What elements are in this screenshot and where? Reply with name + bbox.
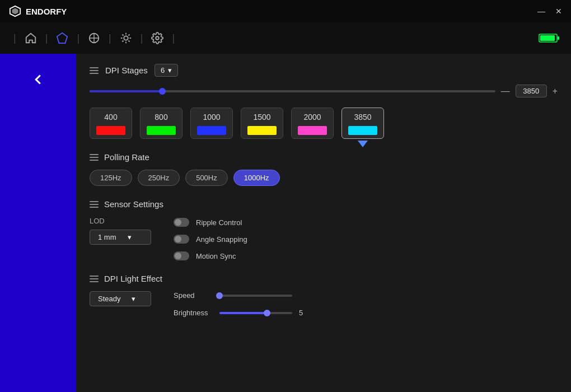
dpi-stage-value-2: 1000 <box>203 113 220 122</box>
lod-chevron: ▾ <box>128 233 132 241</box>
main-content: DPI Stages 6 ▾ — 3850 + 400 800 1000 <box>76 54 571 392</box>
toggle-2[interactable] <box>174 251 189 260</box>
dpi-slider[interactable] <box>90 90 495 92</box>
nav-divider-0: | <box>13 32 16 44</box>
dpi-stage-value-5: 3850 <box>354 113 371 122</box>
dpi-slider-thumb <box>159 88 166 95</box>
sidebar <box>0 54 76 392</box>
dpi-stage-value-0: 400 <box>104 113 117 122</box>
dpi-value[interactable]: 3850 <box>516 85 547 97</box>
effect-right: Speed Brightness 5 <box>174 291 308 317</box>
sensor-two-col: LOD 1 mm ▾ Ripple Control Angle Snapping… <box>90 217 558 260</box>
polling-btn-250Hz[interactable]: 250Hz <box>138 170 180 186</box>
polling-rate-menu-icon[interactable] <box>90 154 99 161</box>
dpi-plus-button[interactable]: + <box>553 86 558 96</box>
dpi-stages-menu-icon[interactable] <box>90 67 99 74</box>
dpi-slider-row: — 3850 + <box>90 85 558 97</box>
dpi-light-effect-title: DPI Light Effect <box>104 274 162 283</box>
polling-btn-125Hz[interactable]: 125Hz <box>90 170 132 186</box>
dpi-color-bar-5 <box>348 126 377 135</box>
home-icon <box>25 32 37 44</box>
close-button[interactable]: ✕ <box>555 7 562 15</box>
nav-divider-4: | <box>141 32 143 44</box>
speed-slider-thumb <box>216 292 223 299</box>
dpi-card-3[interactable]: 1500 <box>241 108 283 139</box>
dpi-card-5[interactable]: 3850 <box>341 108 384 139</box>
dpi-selected-arrow <box>358 141 368 147</box>
nav-mode[interactable] <box>84 28 104 48</box>
svg-line-20 <box>128 34 129 35</box>
sensor-settings-section: Sensor Settings LOD 1 mm ▾ Ripple Contro… <box>90 199 558 260</box>
nav-lighting[interactable] <box>116 28 136 48</box>
dpi-card-2[interactable]: 1000 <box>190 108 233 139</box>
dpi-stage-value-4: 2000 <box>303 113 321 122</box>
stages-chevron: ▾ <box>168 66 172 74</box>
sensor-settings-title: Sensor Settings <box>104 199 163 209</box>
battery-indicator <box>539 32 560 44</box>
effect-value: Steady <box>98 295 120 303</box>
dpi-light-effect-section: DPI Light Effect Steady ▾ Speed <box>90 274 558 317</box>
svg-marker-11 <box>57 33 67 43</box>
logo-icon <box>9 5 21 17</box>
brightness-slider-thumb <box>264 310 270 316</box>
dpi-color-bar-4 <box>298 126 327 135</box>
mode-icon <box>88 32 100 44</box>
dpi-stages-select[interactable]: 6 ▾ <box>155 64 178 77</box>
dpi-color-bar-2 <box>197 126 226 135</box>
dpi-card-4[interactable]: 2000 <box>291 108 334 139</box>
lod-select[interactable]: 1 mm ▾ <box>90 230 151 245</box>
polling-buttons: 125Hz250Hz500Hz1000Hz <box>90 170 558 186</box>
nav-home[interactable] <box>21 28 41 48</box>
toggle-label-2: Motion Sync <box>196 252 236 260</box>
polling-rate-title: Polling Rate <box>104 152 149 162</box>
nav-divider-2: | <box>77 32 79 44</box>
speed-label: Speed <box>174 291 213 300</box>
dpi-stages-section: DPI Stages 6 ▾ — 3850 + 400 800 1000 <box>90 64 558 139</box>
dpi-color-bar-3 <box>247 126 277 135</box>
polling-btn-500Hz[interactable]: 500Hz <box>185 170 228 186</box>
effect-row: Steady ▾ Speed Brightness <box>90 291 558 317</box>
nav-diamond[interactable] <box>52 28 72 48</box>
svg-marker-10 <box>12 8 18 15</box>
sensor-settings-menu-icon[interactable] <box>90 201 99 208</box>
sensor-left: LOD 1 mm ▾ <box>90 217 151 260</box>
nav-divider-3: | <box>109 32 111 44</box>
brightness-value: 5 <box>299 309 308 317</box>
lod-label: LOD <box>90 217 151 225</box>
dpi-stages-header: DPI Stages 6 ▾ <box>90 64 558 77</box>
toggle-0[interactable] <box>174 218 189 227</box>
effect-select[interactable]: Steady ▾ <box>90 291 151 306</box>
nav-settings[interactable] <box>147 28 167 48</box>
toggle-row-1: Angle Snapping <box>174 235 247 244</box>
toggle-row-2: Motion Sync <box>174 251 247 260</box>
dpi-stages-title: DPI Stages <box>105 66 148 75</box>
back-button[interactable] <box>24 65 53 94</box>
sensor-settings-header: Sensor Settings <box>90 199 558 209</box>
effect-chevron: ▾ <box>132 295 135 303</box>
dpi-card-1[interactable]: 800 <box>140 108 182 139</box>
dpi-minus-button[interactable]: — <box>501 86 510 96</box>
brightness-slider-row: Brightness 5 <box>174 309 308 317</box>
brightness-label: Brightness <box>174 309 213 317</box>
nav-bar: | | | | <box>0 22 571 54</box>
effect-left: Steady ▾ <box>90 291 151 306</box>
svg-point-13 <box>124 36 128 40</box>
window-controls: — ✕ <box>537 7 562 15</box>
svg-line-18 <box>122 34 123 35</box>
brightness-slider[interactable] <box>219 312 292 314</box>
dpi-cards: 400 800 1000 1500 2000 3850 <box>90 108 558 139</box>
dpi-color-bar-0 <box>96 126 125 135</box>
battery-icon <box>539 32 560 44</box>
dpi-card-0[interactable]: 400 <box>90 108 132 139</box>
dpi-light-effect-header: DPI Light Effect <box>90 274 558 283</box>
diamond-icon <box>56 32 68 44</box>
minimize-button[interactable]: — <box>537 7 545 15</box>
speed-slider-row: Speed <box>174 291 308 300</box>
polling-btn-1000Hz[interactable]: 1000Hz <box>233 170 280 186</box>
polling-rate-section: Polling Rate 125Hz250Hz500Hz1000Hz <box>90 152 558 186</box>
dpi-slider-fill <box>90 90 162 92</box>
dpi-light-effect-menu-icon[interactable] <box>90 276 99 282</box>
toggle-1[interactable] <box>174 235 189 244</box>
nav-items: | | | | <box>11 28 177 48</box>
speed-slider[interactable] <box>219 295 292 297</box>
